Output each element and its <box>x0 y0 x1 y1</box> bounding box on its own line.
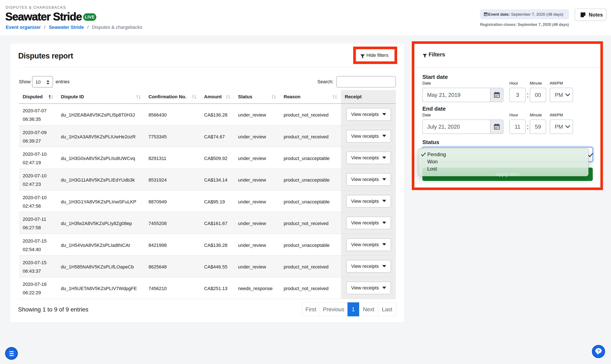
svg-text:?: ? <box>597 349 600 353</box>
